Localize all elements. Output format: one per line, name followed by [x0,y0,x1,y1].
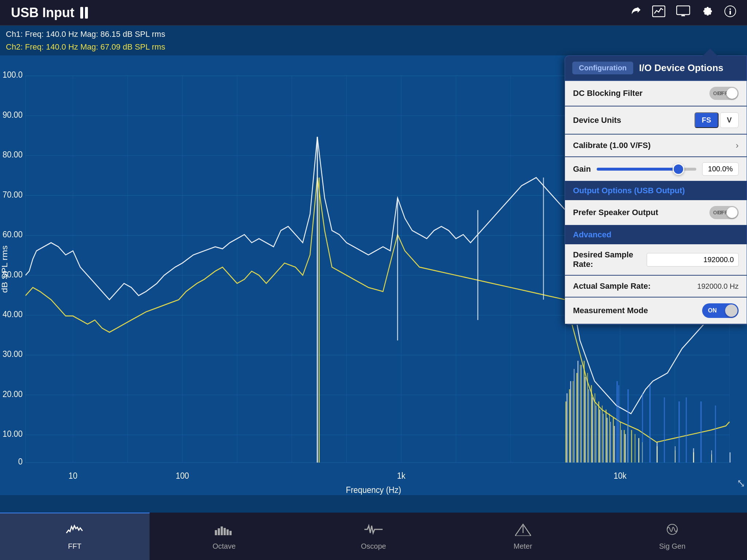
info-icon[interactable] [724,5,736,20]
svg-rect-93 [675,446,676,463]
octave-icon [214,523,234,539]
ch1-info: Ch1: Freq: 140.0 Hz Mag: 86.15 dB SPL rm… [6,28,741,40]
gain-row: Gain 100.0% [565,157,747,181]
svg-text:60.00: 60.00 [3,229,23,239]
tab-octave-label: Octave [213,542,236,551]
svg-rect-116 [224,528,226,535]
title-text: USB Input [11,5,74,20]
svg-text:dB SPL rms: dB SPL rms [0,246,9,293]
svg-text:80.00: 80.00 [3,150,23,160]
svg-rect-80 [585,377,586,463]
unit-buttons: FS V [694,112,739,128]
svg-rect-53 [576,373,577,463]
config-header: Configuration I/O Device Options [565,56,747,81]
svg-rect-84 [599,410,600,463]
config-tab[interactable]: Configuration [572,62,633,74]
svg-text:⤡: ⤡ [737,477,746,490]
svg-rect-103 [678,402,680,463]
device-units-row: Device Units FS V [565,106,747,134]
calibrate-row[interactable]: Calibrate (1.00 V/FS) › [565,135,747,157]
svg-rect-113 [215,530,217,535]
share-icon[interactable] [630,5,641,20]
svg-rect-61 [605,410,607,463]
dc-blocking-row: DC Blocking Filter OFF [565,81,747,106]
tab-oscope[interactable]: Oscope [299,513,448,560]
gain-slider[interactable] [597,163,696,176]
dc-blocking-toggle[interactable]: OFF [709,87,739,100]
chart-icon[interactable] [652,5,665,20]
svg-text:1k: 1k [397,471,406,481]
measurement-mode-label: Measurement Mode [573,306,648,315]
app-title: USB Input [11,5,630,20]
tab-bar: FFT Octave Oscope [0,513,747,560]
tab-fft[interactable]: FFT [0,513,150,560]
gain-value: 100.0% [702,162,739,176]
svg-rect-78 [577,361,578,463]
header-icons [630,5,736,20]
svg-rect-79 [581,365,582,463]
prefer-speaker-toggle[interactable]: OFF [709,206,739,219]
config-panel: Configuration I/O Device Options DC Bloc… [565,55,747,325]
svg-rect-88 [614,426,615,463]
svg-rect-96 [729,452,731,463]
svg-rect-65 [624,430,625,463]
tab-meter-label: Meter [514,542,532,551]
oscope-icon [364,523,383,539]
measurement-mode-toggle-text: ON [708,307,717,314]
svg-text:20.00: 20.00 [3,389,23,399]
svg-rect-67 [631,430,632,463]
svg-rect-104 [686,397,687,463]
svg-rect-117 [227,529,229,535]
svg-rect-64 [620,422,621,463]
svg-text:40.00: 40.00 [3,309,23,319]
svg-rect-115 [221,526,223,535]
actual-sample-rate-label: Actual Sample Rate: [573,281,651,291]
tab-siggen[interactable]: Sig Gen [597,513,747,560]
calibrate-label: Calibrate (1.00 V/FS) [573,141,651,150]
dc-blocking-label: DC Blocking Filter [573,89,643,98]
display-icon[interactable] [676,5,690,20]
svg-rect-82 [592,397,593,463]
svg-rect-63 [613,418,614,463]
tab-oscope-label: Oscope [361,542,386,551]
svg-text:0: 0 [18,457,23,467]
tab-meter[interactable]: Meter [448,513,598,560]
svg-text:10: 10 [69,471,77,481]
svg-rect-57 [591,385,592,463]
svg-rect-52 [573,381,573,463]
measurement-mode-toggle[interactable]: ON [702,303,739,318]
desired-sample-rate-input[interactable] [647,253,739,267]
svg-rect-51 [569,389,570,463]
tab-siggen-label: Sig Gen [659,542,685,551]
svg-rect-55 [584,361,585,463]
unit-v-button[interactable]: V [720,112,739,128]
panel-pointer [703,48,717,56]
desired-sample-rate-label: Desired Sample Rate: [573,250,647,269]
svg-text:70.00: 70.00 [3,190,23,199]
advanced-header: Advanced [565,226,747,244]
svg-rect-60 [602,406,603,463]
config-title: I/O Device Options [639,62,723,74]
svg-rect-56 [587,373,588,463]
svg-rect-83 [596,406,596,463]
app-header: USB Input [0,0,747,26]
tab-octave[interactable]: Octave [150,513,299,560]
svg-rect-6 [729,11,731,15]
svg-rect-68 [635,434,635,463]
svg-text:30.00: 30.00 [3,349,23,359]
svg-text:100: 100 [176,471,189,481]
settings-icon[interactable] [701,5,713,20]
svg-rect-58 [595,393,595,463]
config-body: DC Blocking Filter OFF Device Units FS V [565,81,747,324]
svg-text:90.00: 90.00 [3,110,23,120]
svg-rect-99 [627,389,629,463]
svg-rect-76 [570,381,571,463]
svg-text:10.00: 10.00 [3,429,23,439]
svg-rect-90 [625,434,626,463]
siggen-icon [662,523,682,539]
svg-rect-86 [607,418,608,463]
svg-rect-95 [711,451,712,463]
pause-button[interactable] [80,7,88,19]
svg-rect-81 [588,389,589,463]
unit-fs-button[interactable]: FS [694,112,719,128]
